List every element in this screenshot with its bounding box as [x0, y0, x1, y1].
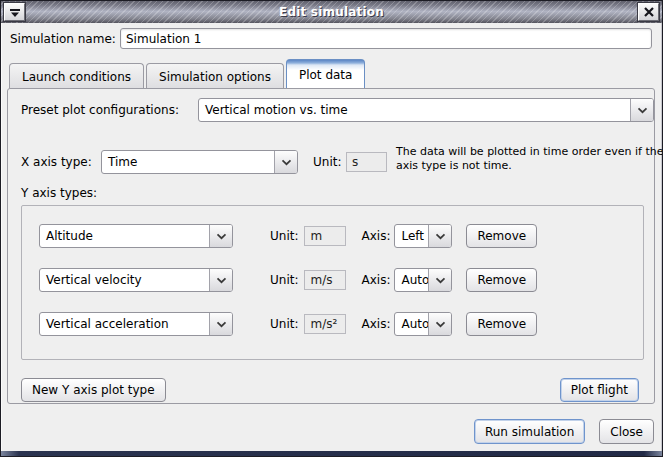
- unit-label: Unit:: [270, 317, 298, 331]
- y-axis-row-vertical-acceleration: Vertical acceleration Unit: m/s² Axis: A…: [22, 312, 643, 336]
- tab-simulation-options[interactable]: Simulation options: [146, 63, 284, 89]
- tab-label: Simulation options: [159, 70, 271, 84]
- axis-value: Auto: [395, 269, 428, 291]
- close-window-button[interactable]: [638, 3, 659, 21]
- y-axis-type-select[interactable]: Vertical velocity: [39, 268, 233, 292]
- axis-select[interactable]: Auto: [394, 312, 452, 336]
- preset-row: Preset plot configurations: Vertical mot…: [21, 98, 643, 122]
- chevron-down-icon: [428, 269, 451, 291]
- tab-bar: Launch conditions Simulation options Plo…: [9, 59, 365, 89]
- x-axis-type-select[interactable]: Time: [101, 150, 298, 174]
- unit-label: Unit:: [270, 229, 298, 243]
- x-axis-type-value: Time: [102, 151, 274, 173]
- remove-button[interactable]: Remove: [466, 268, 537, 292]
- y-axis-type-value: Vertical velocity: [40, 269, 209, 291]
- chevron-down-icon: [209, 313, 232, 335]
- remove-button[interactable]: Remove: [466, 312, 537, 336]
- simulation-name-row: Simulation name:: [10, 28, 654, 50]
- y-axis-type-value: Altitude: [40, 225, 209, 247]
- axis-select[interactable]: Auto: [394, 268, 452, 292]
- y-axis-row-vertical-velocity: Vertical velocity Unit: m/s Axis: Auto R…: [22, 268, 643, 292]
- panel-bottom-row: New Y axis plot type Plot flight: [21, 378, 639, 402]
- tab-launch-conditions[interactable]: Launch conditions: [9, 63, 144, 89]
- run-simulation-button[interactable]: Run simulation: [474, 419, 585, 444]
- titlebar[interactable]: Edit simulation: [1, 1, 662, 23]
- y-axis-type-select[interactable]: Vertical acceleration: [39, 312, 233, 336]
- dialog-buttons: Run simulation Close: [474, 419, 654, 444]
- axis-value: Left: [395, 225, 428, 247]
- y-axis-row-altitude: Altitude Unit: m Axis: Left Remove: [22, 224, 643, 248]
- plot-flight-button[interactable]: Plot flight: [560, 378, 639, 402]
- y-axis-type-select[interactable]: Altitude: [39, 224, 233, 248]
- axis-label: Axis:: [361, 317, 390, 331]
- x-axis-unit-field: s: [346, 152, 387, 172]
- tab-plot-data[interactable]: Plot data: [286, 59, 365, 89]
- chevron-down-icon: [209, 269, 232, 291]
- chevron-down-icon: [428, 225, 451, 247]
- unit-field: m/s: [304, 270, 346, 290]
- unit-label: Unit:: [270, 273, 298, 287]
- preset-configurations-label: Preset plot configurations:: [21, 103, 179, 117]
- tab-label: Launch conditions: [22, 70, 131, 84]
- y-axis-type-value: Vertical acceleration: [40, 313, 209, 335]
- close-icon: [643, 3, 655, 22]
- x-axis-type-label: X axis type:: [21, 155, 92, 169]
- new-y-axis-plot-type-button[interactable]: New Y axis plot type: [21, 378, 166, 402]
- edit-simulation-dialog: Edit simulation Simulation name: Launch …: [0, 0, 663, 457]
- x-axis-note: The data will be plotted in time order e…: [396, 145, 663, 173]
- axis-select[interactable]: Left: [394, 224, 452, 248]
- window-bottom-border: [1, 451, 662, 456]
- x-axis-row: X axis type: Time Unit: s The data will …: [21, 149, 643, 175]
- unit-field: m: [304, 226, 346, 246]
- chevron-down-icon: [274, 151, 297, 173]
- plot-data-panel: Preset plot configurations: Vertical mot…: [7, 88, 655, 404]
- chevron-down-icon: [209, 225, 232, 247]
- axis-label: Axis:: [361, 229, 390, 243]
- remove-button[interactable]: Remove: [466, 224, 537, 248]
- close-button[interactable]: Close: [599, 419, 654, 444]
- window-title: Edit simulation: [279, 5, 384, 19]
- simulation-name-input[interactable]: [120, 28, 652, 49]
- chevron-down-icon: [428, 313, 451, 335]
- chevron-down-icon: [630, 99, 653, 121]
- simulation-name-label: Simulation name:: [10, 32, 116, 46]
- y-axis-types-label: Y axis types:: [21, 186, 97, 200]
- unit-field: m/s²: [304, 314, 346, 334]
- window-menu-button[interactable]: [4, 3, 25, 21]
- y-axis-types-group: Altitude Unit: m Axis: Left Remove: [21, 205, 644, 360]
- axis-label: Axis:: [361, 273, 390, 287]
- x-axis-unit-label: Unit:: [313, 155, 341, 169]
- preset-configuration-select[interactable]: Vertical motion vs. time: [198, 98, 654, 122]
- tab-label: Plot data: [299, 68, 352, 82]
- preset-configuration-value: Vertical motion vs. time: [199, 99, 630, 121]
- axis-value: Auto: [395, 313, 428, 335]
- window-menu-icon: [9, 3, 21, 22]
